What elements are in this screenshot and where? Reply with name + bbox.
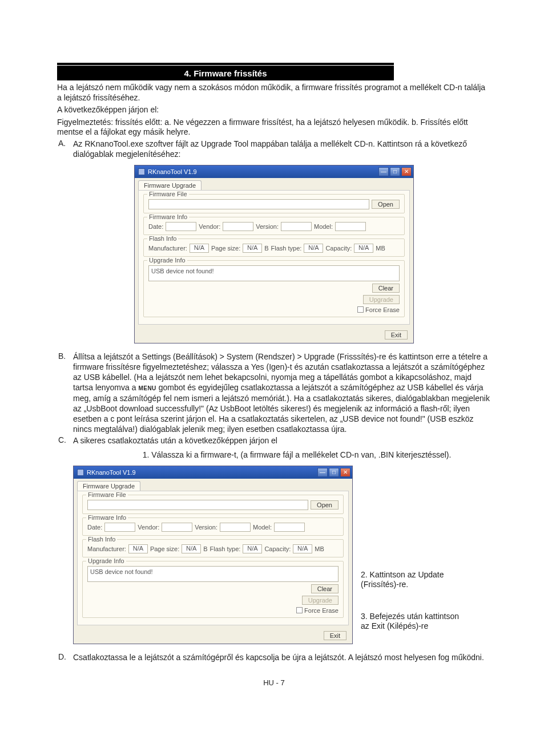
force-erase-label: Force Erase: [365, 306, 400, 313]
label-capacity: Capacity:: [325, 245, 352, 252]
date-value-2: [104, 523, 135, 532]
force-erase-checkbox[interactable]: Force Erase: [357, 306, 400, 313]
label-manufacturer-2: Manufacturer:: [87, 545, 126, 552]
group-upgrade-info-title-2: Upgrade Info: [86, 557, 126, 564]
item-d-text: Csatlakoztassa le a lejátszót a számítóg…: [73, 652, 491, 662]
group-firmware-info-title-2: Firmware Info: [86, 514, 128, 521]
vendor-value-2: [162, 523, 192, 532]
item-c-text: A sikeres csatlakoztatás után a következ…: [73, 435, 491, 446]
label-page-size-2: Page size:: [150, 545, 179, 552]
group-firmware-file: Firmware File Open: [143, 194, 405, 213]
item-c: C. A sikeres csatlakoztatás után a követ…: [57, 435, 491, 446]
group-firmware-info: Firmware Info Date: Vendor: Version: Mod…: [143, 217, 405, 235]
label-model: Model:: [314, 223, 333, 230]
label-model-2: Model:: [253, 524, 272, 531]
group-flash-info-title-2: Flash Info: [86, 536, 117, 543]
manufacturer-value: N/A: [190, 244, 209, 253]
group-firmware-info-title: Firmware Info: [147, 213, 189, 220]
model-value-2: [274, 523, 305, 532]
capacity-value-2: N/A: [293, 544, 312, 553]
force-erase-checkbox-2[interactable]: Force Erase: [296, 607, 339, 614]
minimize-button-2[interactable]: —: [317, 468, 328, 477]
open-button-2[interactable]: Open: [311, 500, 339, 510]
label-manufacturer: Manufacturer:: [148, 245, 187, 252]
annotation-2: 2. Kattintson az Update (Frissítés)-re.: [361, 570, 469, 590]
open-button[interactable]: Open: [372, 200, 400, 209]
maximize-button[interactable]: □: [390, 167, 400, 176]
dialog-titlebar: RKnanoTool V1.9 — □ ✕: [135, 165, 413, 178]
label-b-2: B: [203, 545, 207, 552]
menu-word: MENU: [138, 385, 156, 391]
group-flash-info-title: Flash Info: [147, 235, 178, 242]
close-button[interactable]: ✕: [401, 167, 412, 176]
annotation-3: 3. Befejezés után kattintson az Exit (Ki…: [361, 612, 469, 632]
label-mb-2: MB: [315, 545, 324, 552]
item-d: D. Csatlakoztassa le a lejátszót a számí…: [57, 652, 491, 662]
label-version-2: Version:: [195, 524, 217, 531]
page-size-value-2: N/A: [182, 544, 201, 553]
label-page-size: Page size:: [211, 245, 240, 252]
item-b: B. Állítsa a lejátszót a Settings (Beáll…: [57, 351, 491, 435]
label-capacity-2: Capacity:: [264, 545, 291, 552]
dialog-title: RKnanoTool V1.9: [148, 168, 197, 175]
item-a-letter: A.: [57, 139, 73, 159]
exit-button-2[interactable]: Exit: [324, 631, 346, 640]
app-icon: [138, 168, 145, 175]
close-button-2[interactable]: ✕: [340, 468, 350, 477]
label-vendor-2: Vendor:: [138, 524, 159, 531]
upgrade-button-2[interactable]: Upgrade: [302, 596, 339, 605]
label-flash-type-2: Flash type:: [210, 545, 241, 552]
group-firmware-file-title-2: Firmware File: [86, 491, 128, 498]
label-date-2: Date:: [87, 524, 102, 531]
force-erase-label-2: Force Erase: [304, 607, 339, 614]
checkbox-icon: [357, 306, 364, 313]
item-b-text: Állítsa a lejátszót a Settings (Beállítá…: [73, 351, 491, 435]
minimize-button[interactable]: —: [378, 167, 389, 176]
item-d-letter: D.: [57, 652, 73, 662]
upgrade-status-text-2: USB device not found!: [87, 566, 339, 582]
tab-firmware-upgrade-2[interactable]: Firmware Upgrade: [77, 481, 140, 491]
label-flash-type: Flash type:: [271, 245, 302, 252]
version-value: [281, 222, 312, 231]
group-upgrade-info: Upgrade Info USB device not found! Clear…: [143, 260, 405, 317]
version-value-2: [220, 523, 251, 532]
vendor-value: [223, 222, 253, 231]
intro-p3: Figyelmeztetés: frissítés előtt: a. Ne v…: [57, 118, 491, 138]
dialog-window-2: RKnanoTool V1.9 — □ ✕ Firmware Upgrade F…: [73, 466, 353, 644]
clear-button[interactable]: Clear: [372, 284, 400, 293]
group-firmware-file-title: Firmware File: [147, 191, 189, 197]
date-value: [166, 222, 196, 231]
page-footer: HU - 7: [57, 678, 491, 687]
item-c-note1: 1. Válassza ki a firmware-t, (a firmware…: [57, 450, 491, 460]
flash-type-value-2: N/A: [243, 544, 262, 553]
dialog-titlebar-2: RKnanoTool V1.9 — □ ✕: [74, 466, 352, 479]
upgrade-button[interactable]: Upgrade: [363, 295, 400, 304]
maximize-button-2[interactable]: □: [329, 468, 339, 477]
capacity-value: N/A: [354, 244, 373, 253]
section-header: 4. Firmware frissítés: [57, 63, 491, 80]
clear-button-2[interactable]: Clear: [311, 584, 339, 593]
firmware-file-input[interactable]: [148, 199, 369, 209]
group-upgrade-info-title: Upgrade Info: [147, 257, 187, 264]
label-date: Date:: [148, 223, 163, 230]
checkbox-icon-2: [296, 607, 303, 613]
annotations: 2. Kattintson az Update (Frissítés)-re. …: [361, 466, 469, 644]
label-b: B: [264, 245, 268, 252]
group-flash-info: Flash Info Manufacturer: N/A Page size: …: [143, 238, 405, 257]
intro-p1: Ha a lejátszó nem működik vagy nem a szo…: [57, 83, 491, 103]
exit-button[interactable]: Exit: [385, 330, 408, 339]
dialog-window: RKnanoTool V1.9 — □ ✕ Firmware Upgrade F…: [134, 165, 414, 343]
firmware-file-input-2[interactable]: [87, 500, 308, 510]
label-version: Version:: [256, 223, 279, 230]
label-vendor: Vendor:: [199, 223, 220, 230]
flash-type-value: N/A: [304, 244, 323, 253]
page-size-value: N/A: [243, 244, 262, 253]
tab-firmware-upgrade[interactable]: Firmware Upgrade: [138, 180, 202, 190]
intro-p2: A következőképpen járjon el:: [57, 105, 491, 115]
item-b-letter: B.: [57, 351, 73, 435]
manufacturer-value-2: N/A: [128, 544, 148, 553]
model-value: [335, 222, 366, 231]
dialog-title-2: RKnanoTool V1.9: [87, 469, 136, 476]
item-c-letter: C.: [57, 435, 73, 446]
item-a: A. Az RKnanoTool.exe szoftver fájlt az U…: [57, 139, 491, 159]
